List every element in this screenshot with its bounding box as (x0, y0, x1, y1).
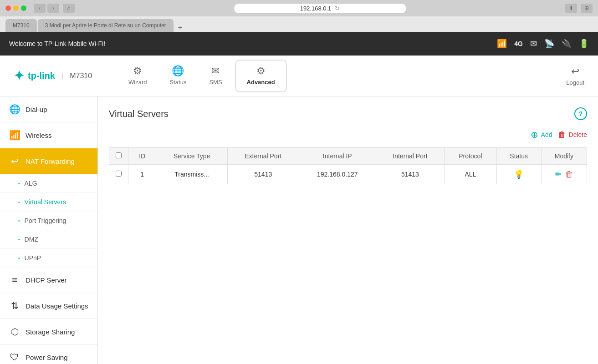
nav-status[interactable]: 🌐 Status (161, 61, 196, 91)
browser-tab-1[interactable]: M7310 (5, 19, 37, 32)
wizard-icon: ⚙ (133, 65, 142, 77)
sidebar-sub-virtual-servers[interactable]: Virtual Servers (0, 193, 97, 212)
page-title: Virtual Servers (109, 109, 169, 119)
browser-chrome: ‹ › ⌂ 192.168.0.1 ↻ ⬆ ⊞ M7310 3 Modi per… (0, 0, 598, 32)
col-status: Status (496, 148, 541, 165)
delete-icon: 🗑 (558, 130, 566, 140)
col-modify: Modify (541, 148, 587, 165)
page-header: Virtual Servers ? (109, 107, 587, 120)
col-id: ID (128, 148, 156, 165)
content-area: 🌐 Dial-up 📶 Wireless ↩ NAT Forwarding AL… (0, 96, 598, 364)
browser-tab-2[interactable]: 3 Modi per Aprire le Porte di Rete su un… (38, 19, 174, 32)
welcome-text: Welcome to TP-Link Mobile Wi-Fi! (9, 40, 497, 47)
storage-icon: ⬡ (9, 326, 20, 337)
edit-icon[interactable]: ✏ (555, 169, 562, 179)
browser-titlebar: ‹ › ⌂ 192.168.0.1 ↻ ⬆ ⊞ (0, 0, 598, 16)
col-protocol: Protocol (445, 148, 497, 165)
address-bar-container: 192.168.0.1 ↻ (78, 3, 562, 14)
maximize-dot[interactable] (21, 5, 26, 11)
minimize-dot[interactable] (13, 5, 19, 11)
toolbar: ⊕ Add 🗑 Delete (109, 129, 587, 140)
nav-wizard[interactable]: ⚙ Wizard (119, 61, 156, 91)
select-all-checkbox[interactable] (116, 152, 122, 158)
sidebar-sub-alg[interactable]: ALG (0, 174, 97, 193)
sidebar-item-wireless[interactable]: 📶 Wireless (0, 122, 97, 148)
delete-button[interactable]: 🗑 Delete (558, 129, 587, 140)
row-service-type: Transmiss... (156, 165, 227, 184)
col-internal-port: Internal Port (376, 148, 444, 165)
sidebar-item-dhcp[interactable]: ≡ DHCP Server (0, 268, 97, 293)
table-row: 1 Transmiss... 51413 192.168.0.127 51413… (109, 165, 587, 184)
email-icon: ✉ (530, 39, 537, 49)
add-button[interactable]: ⊕ Add (531, 129, 552, 140)
sidebar-item-storage[interactable]: ⬡ Storage Sharing (0, 319, 97, 345)
dialup-icon: 🌐 (9, 104, 20, 115)
row-checkbox-cell (109, 165, 128, 184)
logo-icon: ✦ (14, 68, 24, 83)
sidebar-sub-port-triggering[interactable]: Port Triggering (0, 212, 97, 230)
app-header: Welcome to TP-Link Mobile Wi-Fi! 📶 4G ✉ … (0, 32, 598, 56)
browser-nav: ‹ › (34, 4, 59, 13)
data-usage-icon: ⇅ (9, 300, 20, 311)
wireless-icon: 📶 (9, 130, 20, 141)
dhcp-icon: ≡ (9, 275, 20, 285)
help-button[interactable]: ? (574, 107, 587, 120)
wifi-icon: 📡 (544, 39, 554, 49)
enable-icon[interactable]: 💡 (514, 169, 524, 179)
nat-icon: ↩ (9, 156, 20, 167)
close-dot[interactable] (5, 5, 11, 11)
logo-text: tp-link (28, 71, 55, 81)
row-internal-port: 51413 (376, 165, 444, 184)
col-internal-ip: Internal IP (299, 148, 376, 165)
sidebar-sub-nat: ALG Virtual Servers Port Triggering DMZ … (0, 174, 97, 268)
address-input[interactable]: 192.168.0.1 ↻ (234, 3, 407, 14)
row-modify: ✏ 🗑 (541, 165, 587, 184)
logo-divider: | (61, 72, 63, 80)
forward-button[interactable]: › (47, 4, 59, 13)
sidebar-sub-upnp[interactable]: UPnP (0, 249, 97, 268)
battery-icon: 🔋 (579, 39, 589, 49)
col-service-type: Service Type (156, 148, 227, 165)
row-status: 💡 (496, 165, 541, 184)
row-external-port: 51413 (227, 165, 299, 184)
row-protocol: ALL (445, 165, 497, 184)
network-type: 4G (514, 40, 523, 47)
url-text: 192.168.0.1 (300, 5, 332, 12)
advanced-icon: ⚙ (256, 65, 266, 77)
signal-icon: 📶 (497, 39, 507, 49)
logout-icon: ↩ (571, 66, 579, 77)
share-button[interactable]: ⬆ (565, 4, 577, 13)
main-nav: ✦ tp-link | M7310 ⚙ Wizard 🌐 Status ✉ SM… (0, 56, 598, 96)
home-button[interactable]: ⌂ (63, 4, 75, 13)
nav-logout[interactable]: ↩ Logout (566, 66, 584, 86)
col-checkbox (109, 148, 128, 165)
sidebar-sub-dmz[interactable]: DMZ (0, 230, 97, 249)
power-icon: 🛡 (9, 352, 20, 363)
sidebar: 🌐 Dial-up 📶 Wireless ↩ NAT Forwarding AL… (0, 96, 98, 364)
sms-icon: ✉ (211, 65, 220, 77)
row-delete-icon[interactable]: 🗑 (565, 170, 573, 179)
new-tab-plus[interactable]: + (174, 24, 186, 32)
refresh-icon[interactable]: ↻ (335, 5, 340, 12)
logo-area: ✦ tp-link | M7310 (14, 68, 92, 83)
logo-model: M7310 (70, 72, 92, 80)
sidebar-item-dialup[interactable]: 🌐 Dial-up (0, 96, 97, 122)
sidebar-item-power[interactable]: 🛡 Power Saving (0, 345, 97, 364)
sidebar-item-data-usage[interactable]: ⇅ Data Usage Settings (0, 293, 97, 319)
browser-tabs: M7310 3 Modi per Aprire le Porte di Rete… (0, 16, 598, 32)
table-header-row: ID Service Type External Port Internal I… (109, 148, 587, 165)
add-icon: ⊕ (531, 129, 538, 140)
settings-icon: 🔌 (562, 39, 572, 49)
row-id: 1 (128, 165, 156, 184)
browser-window-controls (5, 5, 26, 11)
main-content: Virtual Servers ? ⊕ Add 🗑 Delete ID (98, 96, 598, 364)
col-external-port: External Port (227, 148, 299, 165)
status-icon: 🌐 (172, 65, 184, 77)
nav-sms[interactable]: ✉ SMS (200, 61, 231, 91)
back-button[interactable]: ‹ (34, 4, 46, 13)
virtual-servers-table: ID Service Type External Port Internal I… (109, 147, 587, 184)
nav-advanced[interactable]: ⚙ Advanced (236, 61, 286, 91)
row-1-checkbox[interactable] (116, 171, 122, 177)
new-tab-button[interactable]: ⊞ (581, 4, 593, 13)
sidebar-item-nat[interactable]: ↩ NAT Forwarding (0, 148, 97, 174)
